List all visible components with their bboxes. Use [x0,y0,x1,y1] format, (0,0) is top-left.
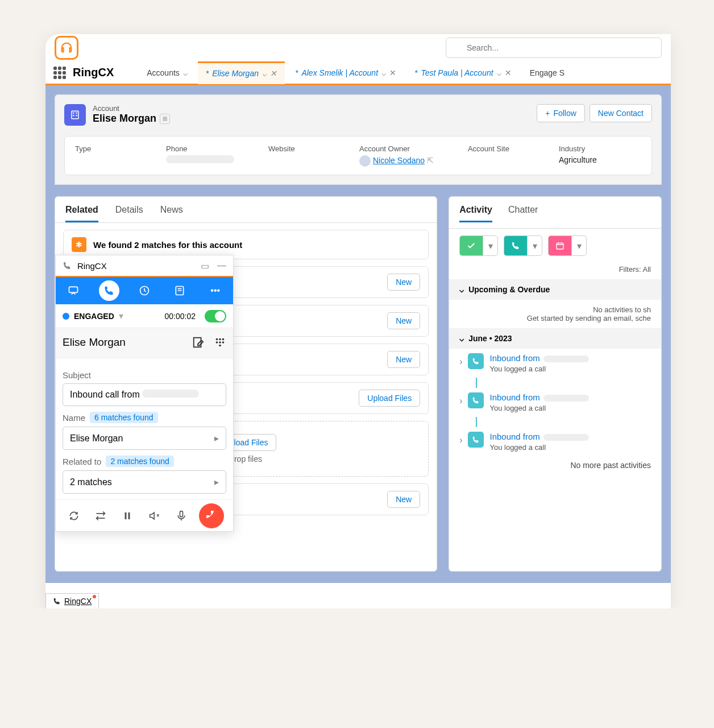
follow-button[interactable]: + Follow [537,104,585,122]
svg-rect-18 [128,512,130,519]
chevron-down-icon[interactable]: ▾ [119,311,123,321]
new-button[interactable]: New [387,274,420,291]
svg-point-10 [216,338,218,341]
related-panel: Related Details News ✱ We found 2 matche… [55,196,437,572]
svg-rect-5 [76,115,77,116]
name-label: Name [63,413,85,423]
mic-icon[interactable] [172,507,190,525]
directory-icon[interactable] [169,280,190,301]
owner-link[interactable]: Nicole Sodano [373,156,425,165]
new-button[interactable]: New [387,491,420,508]
chevron-right-icon[interactable]: › [459,435,462,445]
close-icon[interactable]: ✕ [505,68,512,77]
chevron-down-icon[interactable]: ▾ [571,236,586,255]
task-icon[interactable] [460,236,483,255]
tab-chatter[interactable]: Chatter [508,205,538,222]
close-icon[interactable]: ✕ [389,68,396,77]
nav-row: RingCX Accounts ⌵ * Elise Morgan ⌵ ✕ * A… [45,61,671,85]
svg-rect-20 [557,243,563,249]
new-button[interactable]: New [387,312,420,329]
utility-tab[interactable]: RingCX [45,593,99,609]
chevron-down-icon[interactable]: ⌵ [183,68,188,77]
phone-placeholder [166,155,234,163]
chat-icon[interactable] [63,280,84,301]
tab-related[interactable]: Related [65,205,98,222]
cti-toolbar: ••• [56,277,233,304]
nav-tab-elise[interactable]: * Elise Morgan ⌵ ✕ [198,61,285,84]
tab-details[interactable]: Details [115,205,143,222]
call-timer: 00:00:02 [165,312,196,321]
cti-status-row: ENGAGED ▾ 00:00:02 [56,304,233,328]
share-icon[interactable]: ⇱ [427,156,434,165]
chevron-right-icon[interactable]: › [459,357,462,367]
minimize-icon[interactable]: ▭ [201,260,209,271]
subject-label: Subject [63,370,226,380]
new-button[interactable]: New [387,351,420,368]
chevron-down-icon[interactable]: ▾ [483,236,497,255]
nav-accounts-label: Accounts [147,68,180,77]
tl-title[interactable]: Inbound from [489,432,539,441]
chevron-down-icon: ⌵ [459,285,464,294]
event-button-group[interactable]: ▾ [548,235,587,256]
hierarchy-icon[interactable]: ⊞ [160,114,170,124]
unsaved-indicator: * [206,69,209,78]
tl-placeholder [543,355,589,362]
search-input[interactable] [446,38,662,58]
chevron-down-icon[interactable]: ▾ [527,236,542,255]
related-input[interactable]: 2 matches ▸ [63,470,226,494]
subject-input[interactable]: Inbound call from [63,383,226,406]
section-month[interactable]: ⌵June • 2023 [449,328,661,349]
collapse-icon[interactable]: — [217,260,226,271]
timeline-item: › Inbound fromYou logged a call [449,388,661,417]
timeline-item: › Inbound fromYou logged a call [449,349,661,378]
nav-accounts[interactable]: Accounts ⌵ [139,61,196,84]
chevron-down-icon[interactable]: ⌵ [497,68,501,77]
availability-toggle[interactable] [205,310,226,322]
filter-row[interactable]: Filters: All [449,263,661,279]
edit-note-icon[interactable] [192,336,205,351]
tl-title[interactable]: Inbound from [489,353,539,363]
tab-activity[interactable]: Activity [459,205,492,222]
log-call-icon[interactable] [504,236,527,255]
svg-rect-2 [73,113,74,114]
tl-title[interactable]: Inbound from [489,392,539,402]
task-button-group[interactable]: ▾ [459,235,498,256]
chevron-down-icon[interactable]: ⌵ [262,69,267,78]
pause-icon[interactable] [118,507,136,525]
upload-files-button[interactable]: Upload Files [359,390,420,407]
nav-tab-paula[interactable]: * Test Paula | Account ⌵ ✕ [406,61,520,84]
dialpad-icon[interactable] [214,336,226,351]
svg-rect-17 [125,512,127,519]
nav-overflow[interactable]: Engage S [522,61,573,84]
transfer-icon[interactable] [92,507,110,525]
nav-tab-alex[interactable]: * Alex Smelik | Account ⌵ ✕ [287,61,404,84]
cti-form: Subject Inbound call from Name 6 matches… [56,359,233,499]
name-match-badge: 6 matches found [90,412,158,423]
month-label: June • 2023 [468,334,512,343]
call-icon[interactable] [99,280,119,301]
refresh-icon[interactable] [65,507,83,525]
hangup-button[interactable] [199,503,224,528]
timeline-connector [476,378,477,388]
nav-tab-label: Test Paula | Account [421,68,493,77]
name-input[interactable]: Elise Morgan ▸ [63,427,226,450]
close-icon[interactable]: ✕ [270,69,277,78]
cti-caller: Elise Morgan [56,328,233,359]
field-industry-label: Industry [559,144,616,153]
history-icon[interactable] [134,280,155,301]
cti-controls [56,499,233,531]
event-icon[interactable] [549,236,571,255]
tab-news[interactable]: News [160,205,183,222]
chevron-down-icon[interactable]: ⌵ [381,68,386,77]
field-site-label: Account Site [468,144,525,153]
section-upcoming[interactable]: ⌵Upcoming & Overdue [449,279,661,300]
new-contact-button[interactable]: New Contact [590,104,652,122]
chevron-right-icon[interactable]: › [459,396,462,406]
mute-speaker-icon[interactable] [146,507,164,525]
chevron-right-icon: ▸ [214,477,219,487]
more-icon[interactable]: ••• [205,280,226,301]
app-launcher-icon[interactable] [53,67,66,79]
upcoming-label: Upcoming & Overdue [468,285,550,294]
call-button-group[interactable]: ▾ [504,235,542,256]
phone-icon [63,261,72,270]
